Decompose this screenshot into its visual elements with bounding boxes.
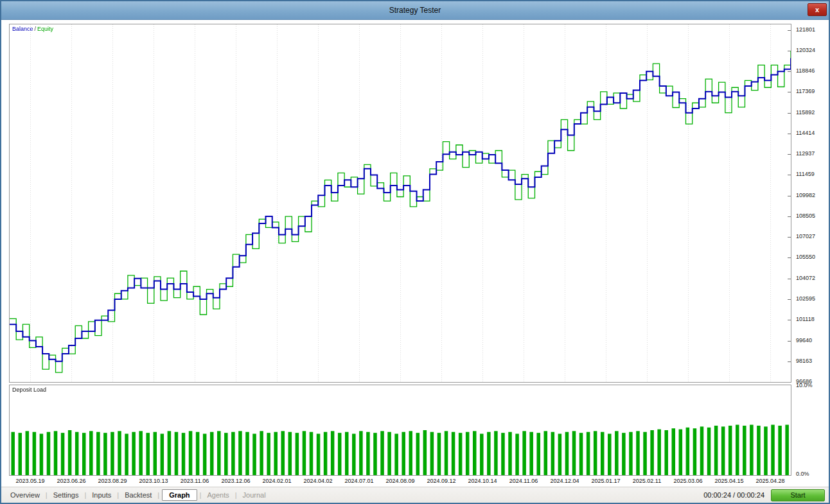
start-button[interactable]: Start [771, 489, 825, 501]
y-axis-label: 108505 [796, 213, 815, 219]
x-axis-label: 2024.04.02 [303, 478, 332, 484]
status-right: 00:00:24 / 00:00:24 Start [703, 489, 825, 501]
y-axis-label: 107027 [796, 233, 815, 239]
tab-graph[interactable]: Graph [162, 489, 197, 501]
tab-separator: | [117, 491, 119, 499]
tab-backtest[interactable]: Backtest [119, 490, 157, 500]
titlebar[interactable]: Strategy Tester x [1, 1, 829, 20]
tab-overview[interactable]: Overview [5, 490, 45, 500]
deposit-load-chart: Deposit Load [9, 385, 791, 476]
y-axis-label: 121801 [796, 26, 815, 33]
tab-separator: | [84, 491, 86, 499]
deposit-load-title: Deposit Load [12, 387, 46, 393]
x-axis-label: 2023.11.06 [181, 478, 209, 484]
tester-tab-bar: Overview|Settings|Inputs|Backtest|Graph|… [1, 487, 829, 503]
legend-equity-label: Equity [37, 26, 53, 32]
y-axis-label: 111459 [796, 171, 815, 177]
tab-settings[interactable]: Settings [48, 490, 84, 500]
x-axis-label: 2024.08.09 [385, 478, 414, 484]
tab-separator: | [46, 491, 48, 499]
x-axis-label: 2025.01.17 [591, 478, 620, 484]
x-axis-label: 2023.12.06 [221, 478, 250, 484]
x-axis-label: 2024.10.14 [468, 478, 497, 484]
y-axis-label: 118846 [796, 67, 815, 74]
x-axis-label: 2024.02.01 [262, 478, 291, 484]
y-axis-label: 98163 [796, 358, 812, 364]
legend-balance-label: Balance [12, 26, 33, 32]
y-axis-label: 117369 [796, 88, 815, 94]
x-axis-label: 2025.03.06 [673, 478, 702, 484]
x-axis-label: 2024.12.04 [550, 478, 579, 484]
x-axis-label: 2023.08.29 [98, 478, 127, 484]
tab-separator: | [200, 491, 202, 499]
y-axis-label: 114414 [796, 130, 815, 136]
x-axis-labels: 2023.05.192023.06.262023.08.292023.10.13… [10, 478, 791, 485]
strategy-tester-window: Strategy Tester x Balance/Equity 1218011… [0, 0, 830, 504]
y-axis-label: 102595 [796, 295, 815, 302]
tab-inputs[interactable]: Inputs [87, 490, 116, 500]
x-axis-label: 2025.02.11 [633, 478, 661, 484]
x-axis-label: 2024.07.01 [344, 478, 373, 484]
tab-list: Overview|Settings|Inputs|Backtest|Graph|… [5, 489, 271, 501]
y-axis-label: 104072 [796, 275, 815, 281]
tester-content: Balance/Equity 1218011203241188461173691… [1, 20, 829, 503]
y-axis-label: 99640 [796, 337, 812, 343]
y-axis-label: 112937 [796, 150, 815, 157]
deposit-max-label: 10.0% [796, 382, 813, 388]
elapsed-time-label: 00:00:24 / 00:00:24 [703, 491, 764, 499]
x-axis-label: 2023.06.26 [57, 478, 85, 484]
y-axis-label: 115892 [796, 109, 815, 116]
x-axis-label: 2024.11.06 [509, 478, 538, 484]
chart-legend: Balance/Equity [12, 26, 53, 32]
close-button[interactable]: x [808, 3, 827, 16]
x-axis-label: 2023.10.13 [139, 478, 168, 484]
deposit-min-label: 0.0% [796, 471, 809, 477]
main-chart-canvas[interactable] [10, 24, 791, 382]
tab-agents[interactable]: Agents [202, 490, 234, 500]
tab-journal[interactable]: Journal [238, 490, 271, 500]
tab-separator: | [235, 491, 237, 499]
window-title: Strategy Tester [389, 6, 441, 15]
deposit-canvas [10, 385, 791, 475]
y-axis-label: 120324 [796, 47, 815, 53]
tab-separator: | [157, 491, 159, 499]
x-axis-label: 2023.05.19 [15, 478, 44, 484]
x-axis-label: 2024.09.12 [427, 478, 455, 484]
x-axis-label: 2025.04.28 [755, 478, 784, 484]
y-axis-label: 105550 [796, 254, 815, 260]
y-axis-label: 101118 [796, 316, 815, 322]
balance-equity-chart[interactable]: Balance/Equity [9, 24, 791, 383]
x-axis-label: 2025.04.15 [714, 478, 743, 484]
legend-separator: / [35, 26, 37, 32]
y-axis-label: 109982 [796, 192, 815, 198]
y-axis-labels: 1218011203241188461173691158921144141129… [793, 24, 829, 385]
